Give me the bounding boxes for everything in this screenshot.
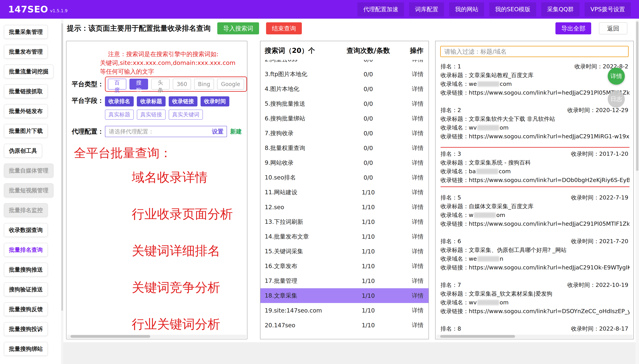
field-button[interactable]: 收录链接 <box>169 96 198 106</box>
field-button[interactable]: 收录标题 <box>137 96 166 106</box>
keyword-row[interactable]: 17.批量管理 1/10 详情 <box>260 274 428 288</box>
keyword-panel: 搜索词（20）个 查询次数/条数 操作 2.阿里云oss 0/0 详情 3.ft… <box>260 41 429 339</box>
keyword-row[interactable]: 8.批量权重查询 0/0 详情 <box>260 141 428 156</box>
keyword-row[interactable]: 12.seo 1/10 详情 <box>260 200 428 214</box>
keyword-row[interactable]: 10.seo排名 0/0 详情 <box>260 170 428 185</box>
sidebar-item[interactable]: 批量链接抓取 <box>4 84 48 98</box>
keyword-detail-link[interactable]: 详情 <box>401 292 428 300</box>
sidebar-item[interactable]: 批量排名监控 <box>4 203 48 217</box>
keyword-row[interactable]: 5.搜狗批量推送 0/0 详情 <box>260 96 428 111</box>
page-scrollbar-thumb[interactable] <box>636 21 638 171</box>
sidebar-item[interactable]: 批量自媒体管理 <box>4 164 54 178</box>
result-link[interactable]: 收录链接：https://www.sogou.com/link?url=DSOY… <box>441 307 629 316</box>
page-scrollbar[interactable] <box>635 19 639 364</box>
config-hscroll-thumb[interactable] <box>71 335 150 338</box>
topnav-item[interactable]: 我的网站 <box>449 2 484 16</box>
sidebar-item[interactable]: 批量采集管理 <box>4 25 48 39</box>
platform-type-button[interactable]: 搜狗 <box>130 79 148 90</box>
sidebar-item[interactable]: 批量短视频管理 <box>4 183 54 197</box>
sidebar-item[interactable]: 批量图片下载 <box>4 124 48 138</box>
result-link[interactable]: 收录链接：https://www.sogou.com/link?url=hedJ… <box>441 132 629 141</box>
keyword-detail-link[interactable]: 详情 <box>401 203 428 211</box>
result-link[interactable]: 收录链接：https://www.sogou.com/link?url=hedJ… <box>441 263 629 272</box>
sidebar-item[interactable]: 批量流量词挖掘 <box>4 64 54 78</box>
keyword-detail-link[interactable]: 详情 <box>401 129 428 137</box>
keyword-row[interactable]: 2.阿里云oss 0/0 详情 <box>260 60 428 67</box>
keyword-detail-link[interactable]: 详情 <box>401 233 428 241</box>
rank-value: 8 <box>457 325 461 332</box>
proxy-input[interactable] <box>109 128 210 135</box>
sidebar-item[interactable]: 批量发布管理 <box>4 45 48 59</box>
keyword-row[interactable]: 15.关键词采集 1/10 详情 <box>260 244 428 259</box>
keyword-detail-link[interactable]: 详情 <box>401 70 428 78</box>
proxy-settings-link[interactable]: 设置 <box>212 128 224 136</box>
topnav-item[interactable]: 采集QQ群 <box>541 2 579 16</box>
keyword-detail-link[interactable]: 详情 <box>401 114 428 122</box>
import-keywords-button[interactable]: 导入搜索词 <box>217 22 259 34</box>
keyword-row[interactable]: 14.批量发布文章 1/10 详情 <box>260 229 428 244</box>
platform-type-button[interactable]: 百度 <box>108 79 126 90</box>
proxy-new-link[interactable]: 新建 <box>230 128 242 136</box>
keyword-row[interactable]: 6.搜狗批量绑站 0/0 详情 <box>260 111 428 126</box>
keyword-detail-link[interactable]: 详情 <box>401 248 428 256</box>
sidebar-item[interactable]: 搜狗验证推送 <box>4 282 48 296</box>
field-button[interactable]: 收录排名 <box>105 96 134 106</box>
export-all-button[interactable]: 导出全部 <box>555 22 591 34</box>
keyword-row[interactable]: 19.site:147seo.com 1/10 详情 <box>260 303 428 318</box>
field-button[interactable]: 真实关键词 <box>169 110 203 120</box>
detail-fab-button[interactable]: 详情 <box>608 68 625 85</box>
sidebar-item[interactable]: 伪原创工具 <box>4 144 42 158</box>
keyword-row[interactable]: 11.网站建设 1/10 详情 <box>260 185 428 200</box>
sidebar-item[interactable]: 批量搜狗绑站 <box>4 342 48 356</box>
end-query-button[interactable]: 结束查询 <box>266 22 302 34</box>
sidebar-item[interactable]: 批量排名查询 <box>4 243 48 257</box>
keyword-row[interactable]: 16.文章发布 1/10 详情 <box>260 259 428 274</box>
log-fab-button[interactable]: 日志 <box>608 90 625 108</box>
field-button[interactable]: 真实标题 <box>105 110 134 120</box>
platform-type-button[interactable]: 360 <box>173 79 191 90</box>
keyword-detail-link[interactable]: 详情 <box>401 188 428 196</box>
keyword-detail-link[interactable]: 详情 <box>401 60 428 64</box>
platform-type-button[interactable]: Google <box>217 79 244 90</box>
keyword-detail-link[interactable]: 详情 <box>401 277 428 285</box>
keyword-detail-link[interactable]: 详情 <box>401 306 428 314</box>
proxy-select[interactable]: 设置 <box>105 126 227 137</box>
sidebar-scrollbar[interactable] <box>61 19 63 364</box>
topnav-item[interactable]: 代理配置加速 <box>357 2 404 16</box>
topnav-item[interactable]: VPS拨号设置 <box>584 2 631 16</box>
sidebar-item[interactable]: 批量外链发布 <box>4 104 48 118</box>
field-button[interactable]: 收录时间 <box>201 96 229 106</box>
result-link[interactable]: 收录链接：https://www.sogou.com/link?url=DOb0… <box>441 176 629 184</box>
platform-type-button[interactable]: Bing <box>194 79 214 90</box>
keyword-row[interactable]: 18.文章采集 1/10 详情 <box>260 288 428 303</box>
keyword-detail-link[interactable]: 详情 <box>401 85 428 93</box>
keyword-detail-link[interactable]: 详情 <box>401 321 428 329</box>
keyword-detail-link[interactable]: 详情 <box>401 262 428 270</box>
keyword-query-count: 1/10 <box>335 204 401 210</box>
keyword-detail-link[interactable]: 详情 <box>401 174 428 182</box>
keyword-row[interactable]: 9.网站收录 0/0 详情 <box>260 156 428 170</box>
sidebar-item[interactable]: 收录数据查询 <box>4 223 48 237</box>
result-link[interactable]: 收录链接：https://www.sogou.com/link?url=hedJ… <box>441 220 629 228</box>
result-link[interactable]: 收录链接：https://www.sogou.com/link?url=hedJ… <box>441 88 629 97</box>
keyword-row[interactable]: 3.ftp图片本地化 0/0 详情 <box>260 67 428 82</box>
sidebar-item[interactable]: 批量搜狗投诉 <box>4 322 48 336</box>
keyword-detail-link[interactable]: 详情 <box>401 100 428 108</box>
topnav-item[interactable]: 我的SEO模版 <box>489 2 536 16</box>
filter-input[interactable] <box>440 46 629 57</box>
sidebar-item[interactable]: 批量搜狗推送 <box>4 262 48 276</box>
keyword-detail-link[interactable]: 详情 <box>401 159 428 167</box>
topnav-item[interactable]: 词库配置 <box>409 2 444 16</box>
config-hscroll-track <box>67 335 246 338</box>
keyword-detail-link[interactable]: 详情 <box>401 218 428 226</box>
field-button[interactable]: 真实链接 <box>137 110 166 120</box>
keyword-row[interactable]: 4.图片本地化 0/0 详情 <box>260 82 428 96</box>
keyword-row[interactable]: 7.搜狗收录 0/0 详情 <box>260 126 428 141</box>
keyword-row[interactable]: 13.下拉词刷新 1/10 详情 <box>260 214 428 229</box>
result-hscroll-thumb[interactable] <box>440 335 515 338</box>
keyword-row[interactable]: 20.147seo 1/10 详情 <box>260 318 428 332</box>
sidebar-item[interactable]: 批量搜狗反馈 <box>4 302 48 316</box>
keyword-detail-link[interactable]: 详情 <box>401 144 428 152</box>
platform-type-button[interactable]: 头条 <box>151 79 170 90</box>
back-button[interactable]: 返回 <box>599 22 627 34</box>
